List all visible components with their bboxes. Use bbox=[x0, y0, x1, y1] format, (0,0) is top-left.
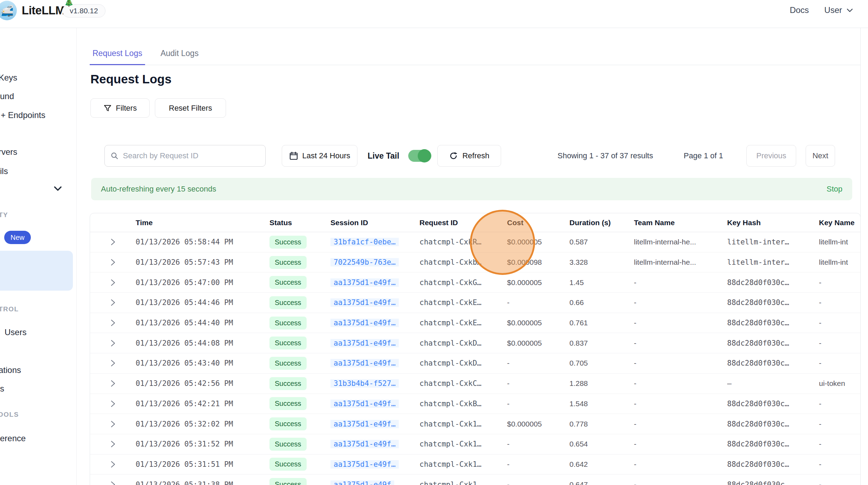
cell-cost: - bbox=[507, 379, 569, 388]
cell-request-id: chatcmpl-CxkB… bbox=[419, 400, 507, 408]
previous-page-button[interactable]: Previous bbox=[746, 145, 796, 167]
sidebar-item-servers-fragment[interactable]: rvers bbox=[0, 147, 17, 157]
table-row[interactable]: 01/13/2026 05:32:02 PM Success aa1375d1-… bbox=[90, 414, 860, 434]
row-expander[interactable] bbox=[90, 481, 136, 485]
row-expander[interactable] bbox=[90, 420, 136, 428]
table-row[interactable]: 01/13/2026 05:44:08 PM Success aa1375d1-… bbox=[90, 333, 860, 353]
session-id-link[interactable]: aa1375d1-e49f… bbox=[330, 460, 399, 469]
header-request-id: Request ID bbox=[419, 219, 507, 227]
cell-request-id: chatcmpl-CxkE… bbox=[419, 298, 507, 307]
cell-duration: 0.705 bbox=[569, 359, 634, 367]
sidebar-item-teams-fragment[interactable]: s bbox=[0, 384, 4, 394]
live-tail-toggle[interactable] bbox=[408, 150, 431, 162]
cell-time: 01/13/2026 05:31:52 PM bbox=[136, 440, 269, 448]
row-expander[interactable] bbox=[90, 440, 136, 448]
funnel-icon bbox=[103, 104, 112, 112]
sidebar-collapse-chevron[interactable] bbox=[53, 185, 63, 193]
chevron-right-icon bbox=[109, 380, 117, 387]
row-expander[interactable] bbox=[90, 460, 136, 468]
refresh-button[interactable]: Refresh bbox=[437, 145, 501, 167]
filters-button[interactable]: Filters bbox=[90, 98, 150, 118]
sidebar-item-reference-fragment[interactable]: erence bbox=[0, 434, 26, 443]
cell-request-id: chatcmpl-CxkD… bbox=[419, 359, 507, 367]
calendar-icon bbox=[289, 151, 298, 160]
user-menu[interactable]: User bbox=[824, 5, 854, 15]
row-expander[interactable] bbox=[90, 319, 136, 327]
table-row[interactable]: 01/13/2026 05:47:00 PM Success aa1375d1-… bbox=[90, 272, 860, 293]
sidebar-item-keys-fragment[interactable]: Keys bbox=[0, 73, 17, 83]
sidebar-item-endpoints-fragment[interactable]: + Endpoints bbox=[1, 110, 45, 120]
chevron-right-icon bbox=[109, 258, 117, 266]
sidebar-item-guardrails-fragment[interactable]: ils bbox=[0, 166, 8, 176]
chevron-right-icon bbox=[109, 460, 117, 468]
table-row[interactable]: 01/13/2026 05:44:46 PM Success aa1375d1-… bbox=[90, 293, 860, 313]
table-row[interactable]: 01/13/2026 05:42:21 PM Success aa1375d1-… bbox=[90, 394, 860, 414]
table-row[interactable]: 01/13/2026 05:58:44 PM Success 31bfa1cf-… bbox=[90, 232, 860, 252]
cell-team-name: - bbox=[634, 319, 727, 327]
cell-request-id: chatcmpl-CxkR… bbox=[419, 238, 507, 246]
next-page-button[interactable]: Next bbox=[806, 145, 835, 167]
sidebar: Keys und + Endpoints rvers ils TY New TR… bbox=[0, 28, 77, 485]
session-id-link[interactable]: 7022549b-763e… bbox=[330, 258, 399, 266]
table-row[interactable]: 01/13/2026 05:31:52 PM Success aa1375d1-… bbox=[90, 434, 860, 455]
cell-key-name: - bbox=[819, 480, 860, 485]
cell-duration: 0.761 bbox=[569, 319, 634, 327]
session-id-link[interactable]: 31bfa1cf-0ebe… bbox=[330, 238, 399, 246]
session-id-link[interactable]: aa1375d1-e49f… bbox=[330, 420, 399, 428]
sidebar-item-users-fragment[interactable]: Users bbox=[5, 327, 27, 337]
docs-link[interactable]: Docs bbox=[790, 5, 809, 15]
session-id-link[interactable]: 31b3b4b4-f527… bbox=[330, 379, 399, 388]
session-id-link[interactable]: aa1375d1-e49f… bbox=[330, 339, 399, 347]
search-input[interactable] bbox=[123, 151, 260, 160]
cell-key-name: litellm-int bbox=[819, 238, 860, 246]
cell-key-hash: 88dc28d0f030c bbox=[727, 480, 819, 485]
scrollbar-track[interactable] bbox=[860, 28, 868, 485]
table-row[interactable]: 01/13/2026 05:31:51 PM Success aa1375d1-… bbox=[90, 455, 860, 475]
session-id-link[interactable]: aa1375d1-e49f… bbox=[330, 278, 399, 287]
status-badge: Success bbox=[269, 438, 307, 451]
cell-team-name: - bbox=[634, 400, 727, 408]
sidebar-item-logs-selected[interactable] bbox=[0, 251, 73, 291]
status-badge: Success bbox=[269, 276, 307, 289]
reset-filters-button[interactable]: Reset Filters bbox=[155, 98, 226, 118]
row-expander[interactable] bbox=[90, 359, 136, 367]
time-range-button[interactable]: Last 24 Hours bbox=[282, 145, 357, 167]
row-expander[interactable] bbox=[90, 400, 136, 408]
cell-cost: - bbox=[507, 440, 569, 448]
refresh-button-label: Refresh bbox=[462, 151, 489, 160]
cell-cost: - bbox=[507, 400, 569, 408]
session-id-link[interactable]: aa1375d1-e49f… bbox=[330, 440, 399, 448]
sidebar-item-organizations-fragment[interactable]: ations bbox=[0, 365, 21, 375]
session-id-link[interactable]: aa1375d1-e49f… bbox=[330, 400, 399, 408]
tab-audit-logs[interactable]: Audit Logs bbox=[158, 44, 201, 65]
table-row[interactable]: 01/13/2026 05:42:56 PM Success 31b3b4b4-… bbox=[90, 374, 860, 394]
table-row[interactable]: 01/13/2026 05:57:43 PM Success 7022549b-… bbox=[90, 252, 860, 273]
status-badge: Success bbox=[269, 417, 307, 430]
row-expander[interactable] bbox=[90, 339, 136, 347]
table-row[interactable]: 01/13/2026 05:31:38 PM Success aa1375d1-… bbox=[90, 474, 860, 485]
session-id-link[interactable]: aa1375d1-e49f bbox=[330, 480, 394, 485]
cell-duration: 0.654 bbox=[569, 440, 634, 448]
row-expander[interactable] bbox=[90, 238, 136, 246]
table-row[interactable]: 01/13/2026 05:43:40 PM Success aa1375d1-… bbox=[90, 353, 860, 374]
row-expander[interactable] bbox=[90, 279, 136, 286]
tab-request-logs[interactable]: Request Logs bbox=[90, 44, 145, 65]
row-expander[interactable] bbox=[90, 299, 136, 306]
row-expander[interactable] bbox=[90, 258, 136, 266]
chevron-right-icon bbox=[109, 238, 117, 246]
status-badge: Success bbox=[269, 256, 307, 269]
sidebar-item-playground-fragment[interactable]: und bbox=[0, 91, 14, 101]
cell-request-id: chatcmpl-Cxk1 bbox=[419, 480, 507, 485]
session-id-link[interactable]: aa1375d1-e49f… bbox=[330, 359, 399, 367]
cell-cost: $0.000005 bbox=[507, 420, 569, 428]
brand: 🚅 LiteLLM bbox=[0, 1, 65, 20]
session-id-link[interactable]: aa1375d1-e49f… bbox=[330, 298, 399, 307]
cell-request-id: chatcmpl-CxkG… bbox=[419, 278, 507, 287]
table-row[interactable]: 01/13/2026 05:44:40 PM Success aa1375d1-… bbox=[90, 313, 860, 333]
stop-auto-refresh-button[interactable]: Stop bbox=[827, 185, 842, 194]
cell-request-id: chatcmpl-CxkC… bbox=[419, 379, 507, 388]
session-id-link[interactable]: aa1375d1-e49f… bbox=[330, 319, 399, 327]
chevron-right-icon bbox=[109, 339, 117, 347]
row-expander[interactable] bbox=[90, 380, 136, 387]
header-team-name: Team Name bbox=[634, 219, 727, 227]
